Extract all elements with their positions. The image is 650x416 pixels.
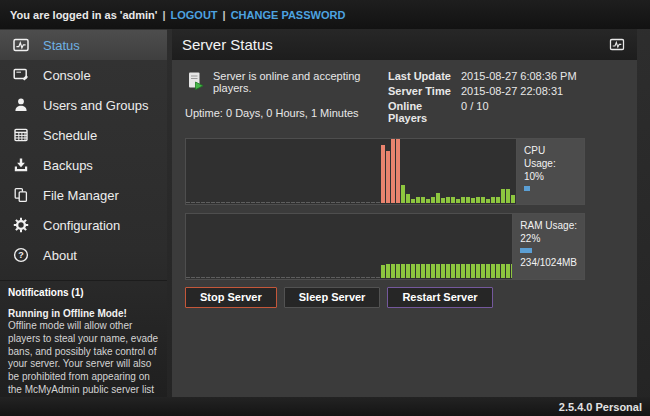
chart-bar — [456, 264, 460, 278]
footer: 2.5.4.0 Personal — [0, 397, 650, 416]
sidebar-item-label: Status — [43, 38, 80, 53]
chart-bar — [241, 277, 245, 278]
chart-bar — [411, 264, 415, 278]
chart-bar — [396, 264, 400, 278]
legend-value: 10% — [524, 170, 577, 183]
legend-label: CPU Usage: — [524, 144, 577, 170]
sidebar-item-about[interactable]: About — [0, 240, 167, 270]
notification-title: Running in Offline Mode! — [8, 308, 159, 319]
sidebar-item-status[interactable]: Status — [0, 30, 167, 60]
chart-bar — [311, 202, 315, 203]
chart-bar — [366, 277, 370, 278]
sidebar-item-label: Console — [43, 68, 91, 83]
chart-bar — [461, 264, 465, 278]
chart-bar — [231, 202, 235, 203]
chart-bar — [481, 197, 485, 203]
sidebar-item-console[interactable]: Console — [0, 60, 167, 90]
chart-bar — [281, 277, 285, 278]
chart-bar — [216, 277, 220, 278]
chart-bar — [381, 265, 385, 278]
chart-bar — [211, 277, 215, 278]
backups-icon — [13, 157, 29, 173]
chart-bar — [276, 277, 280, 278]
chart-bar — [466, 197, 470, 203]
chart-bar — [306, 202, 310, 203]
configuration-icon — [13, 217, 29, 233]
main-content: Server is online and accepting players. … — [172, 60, 637, 308]
schedule-icon — [13, 127, 29, 143]
stop-server-button[interactable]: Stop Server — [185, 287, 277, 308]
chart-bar — [366, 202, 370, 203]
chart-bar — [311, 277, 315, 278]
chart-bar — [256, 277, 260, 278]
separator: | — [157, 9, 170, 21]
chart-bar — [236, 202, 240, 203]
sidebar-item-schedule[interactable]: Schedule — [0, 120, 167, 150]
legend-extra: 234/1024MB — [520, 256, 577, 269]
chart-bar — [426, 199, 430, 203]
change-password-link[interactable]: CHANGE PASSWORD — [231, 9, 346, 21]
chart-bar — [501, 189, 505, 203]
chart-bar — [406, 264, 410, 278]
chart-bar — [421, 197, 425, 203]
console-icon — [13, 67, 29, 83]
sidebar-item-users-and-groups[interactable]: Users and Groups — [0, 90, 167, 120]
chart-bar — [241, 202, 245, 203]
chart-bar — [436, 193, 440, 203]
chart-bar — [411, 199, 415, 203]
chart-bar — [386, 151, 390, 203]
chart-bar — [301, 202, 305, 203]
chart-bar — [421, 264, 425, 278]
chart-bar — [346, 202, 350, 203]
chart-bar — [256, 202, 260, 203]
sidebar-item-label: File Manager — [43, 188, 119, 203]
server-control-buttons: Stop ServerSleep ServerRestart Server — [185, 287, 624, 308]
sidebar-item-label: Schedule — [43, 128, 97, 143]
restart-server-button[interactable]: Restart Server — [387, 287, 492, 308]
chart-bar — [491, 264, 495, 278]
charts: CPU Usage: 10% RAM Usage: 22% 234/1024MB — [185, 138, 624, 280]
chart-bar — [226, 202, 230, 203]
legend-label: RAM Usage: — [520, 219, 577, 232]
chart-bar — [231, 277, 235, 278]
chart-bar — [416, 264, 420, 278]
chart-bar — [201, 202, 205, 203]
sleep-server-button[interactable]: Sleep Server — [284, 287, 381, 308]
chart-bar — [491, 197, 495, 203]
chart-bar — [391, 264, 395, 278]
status-icon — [13, 37, 29, 53]
chart-bar — [341, 277, 345, 278]
chart-bar — [406, 194, 410, 203]
chart-bar — [356, 202, 360, 203]
info-value: 0 / 10 — [461, 100, 489, 124]
chart-bar — [446, 197, 450, 203]
sidebar-item-configuration[interactable]: Configuration — [0, 210, 167, 240]
sidebar-item-label: About — [43, 248, 77, 263]
chart-bar — [316, 202, 320, 203]
version-text: 2.5.4.0 Personal — [559, 401, 642, 413]
chart-bar — [206, 202, 210, 203]
chart-bar — [196, 277, 200, 278]
chart-bar — [286, 202, 290, 203]
chart-bar — [331, 277, 335, 278]
chart-bar — [246, 202, 250, 203]
chart-bar — [336, 277, 340, 278]
chart-bar — [361, 277, 365, 278]
chart-bar — [401, 264, 405, 278]
sidebar-item-backups[interactable]: Backups — [0, 150, 167, 180]
chart-bar — [481, 264, 485, 278]
server-online-icon — [185, 71, 205, 93]
chart-bar — [186, 277, 190, 278]
chart-bar — [326, 202, 330, 203]
notifications-panel: Notifications (1) Running in Offline Mod… — [0, 280, 167, 410]
sidebar-item-file-manager[interactable]: File Manager — [0, 180, 167, 210]
chart-bar — [186, 202, 190, 203]
file-manager-icon — [13, 187, 29, 203]
chart-bar — [431, 197, 435, 203]
chart-bar — [441, 264, 445, 278]
main-panel: Server Status Server is online and accep… — [172, 29, 637, 397]
logout-link[interactable]: LOGOUT — [171, 9, 218, 21]
sidebar-item-label: Users and Groups — [43, 98, 149, 113]
chart-icon — [607, 37, 627, 52]
chart-bar — [286, 277, 290, 278]
